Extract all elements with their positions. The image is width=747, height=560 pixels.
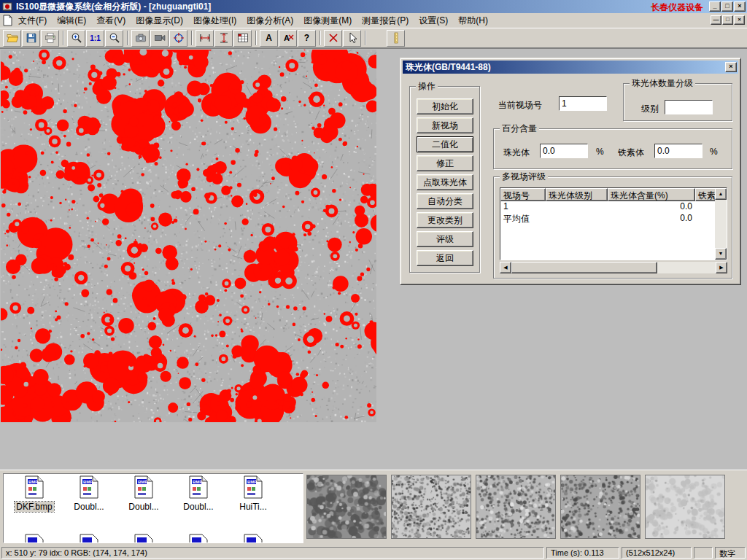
file-item-huiti[interactable]: BMP HuiTi... bbox=[227, 475, 279, 512]
menu-image-processing[interactable]: 图像处理(I) bbox=[188, 13, 241, 28]
cell-grade bbox=[546, 213, 608, 225]
toolbar-separator bbox=[255, 31, 257, 45]
file-item-doubl2[interactable]: BMP Doubl... bbox=[117, 475, 170, 512]
ferrite-percent-sign: % bbox=[710, 147, 718, 157]
print-button[interactable] bbox=[41, 30, 59, 47]
menu-file[interactable]: 文件(F) bbox=[13, 13, 52, 28]
font-disable-button[interactable]: A bbox=[279, 30, 297, 47]
scroll-left-icon[interactable]: ◀ bbox=[500, 262, 511, 273]
bmp-label: BMP bbox=[247, 480, 257, 484]
current-field-label: 当前视场号 bbox=[498, 99, 542, 112]
file-item-dkf[interactable]: BMP DKF.bmp bbox=[8, 475, 61, 512]
scroll-down-icon[interactable]: ▼ bbox=[715, 248, 727, 260]
file-item-doubl1[interactable]: BMP Doubl... bbox=[63, 475, 115, 512]
file-item-doubl3[interactable]: BMP Doubl... bbox=[172, 475, 225, 512]
child-minimize-button[interactable]: — bbox=[711, 15, 721, 25]
minimize-button[interactable]: _ bbox=[709, 1, 721, 12]
thumbnail-4[interactable] bbox=[560, 475, 640, 539]
menu-image-display[interactable]: 图像显示(D) bbox=[131, 13, 188, 28]
workspace: 珠光体(GB/T9441-88) × 操作 初始化 新视场 二值化 修正 点取珠… bbox=[0, 48, 747, 470]
pick-pearlite-button[interactable]: 点取珠光体 bbox=[417, 174, 473, 190]
bmp-file-icon: BMP bbox=[134, 475, 153, 499]
menu-help[interactable]: 帮助(H) bbox=[453, 13, 493, 28]
save-button[interactable] bbox=[22, 30, 40, 47]
thumbnail-1[interactable] bbox=[306, 475, 387, 539]
camera-button[interactable] bbox=[131, 30, 150, 47]
binarize-button[interactable]: 二值化 bbox=[417, 136, 473, 152]
toolbar-separator bbox=[127, 31, 128, 45]
close-button[interactable]: × bbox=[734, 1, 746, 12]
table-horizontal-scrollbar[interactable]: ◀ ▶ bbox=[500, 262, 727, 273]
menu-image-analysis[interactable]: 图像分析(A) bbox=[241, 13, 298, 28]
measure-width-button[interactable] bbox=[196, 30, 214, 47]
level-input[interactable] bbox=[665, 100, 713, 114]
maximize-button[interactable]: □ bbox=[721, 1, 733, 12]
file-item-partial[interactable] bbox=[172, 534, 225, 543]
child-close-button[interactable]: × bbox=[734, 15, 745, 25]
dialog-title-bar[interactable]: 珠光体(GB/T9441-88) × bbox=[403, 61, 738, 74]
ruler-button[interactable] bbox=[387, 30, 405, 47]
file-item-partial[interactable] bbox=[117, 534, 170, 543]
grid-icon bbox=[237, 32, 249, 44]
table-row[interactable]: 1 0.0 bbox=[500, 201, 727, 213]
zoom-in-button[interactable] bbox=[67, 30, 85, 47]
auto-classify-button[interactable]: 自动分类 bbox=[417, 193, 473, 209]
measure-height-button[interactable] bbox=[214, 30, 233, 47]
menu-image-measure[interactable]: 图像测量(M) bbox=[298, 13, 357, 28]
menu-settings[interactable]: 设置(S) bbox=[414, 13, 453, 28]
bmp-file-icon bbox=[134, 534, 153, 543]
ferrite-input[interactable] bbox=[654, 144, 703, 158]
child-restore-button[interactable]: □ bbox=[722, 15, 733, 25]
zoom-out-button[interactable] bbox=[105, 30, 123, 47]
bmp-label: BMP bbox=[138, 480, 147, 484]
micrograph-canvas[interactable] bbox=[1, 50, 376, 422]
open-button[interactable] bbox=[3, 30, 21, 47]
file-item-partial[interactable] bbox=[63, 534, 115, 543]
bmp-file-icon: BMP bbox=[244, 475, 263, 499]
percent-group: 百分含量 珠光体 % 铁素体 % bbox=[493, 128, 732, 169]
header-field-number: 视场号 bbox=[500, 188, 546, 201]
file-name: Doubl... bbox=[182, 502, 214, 512]
init-button[interactable]: 初始化 bbox=[417, 98, 473, 114]
thumbnail-5[interactable] bbox=[645, 475, 725, 539]
grid-button[interactable] bbox=[233, 30, 252, 47]
multiview-legend: 多视场评级 bbox=[500, 171, 548, 182]
menu-measure-report[interactable]: 测量报告(P) bbox=[357, 13, 414, 28]
pearlite-input[interactable] bbox=[540, 144, 588, 158]
cell-ferrite bbox=[695, 213, 716, 225]
video-button[interactable] bbox=[150, 30, 169, 47]
target-button[interactable] bbox=[169, 30, 187, 47]
file-item-partial[interactable] bbox=[8, 534, 61, 543]
thumbnail-2[interactable] bbox=[391, 475, 471, 539]
cell-content: 0.0 bbox=[608, 201, 695, 213]
video-camera-icon bbox=[154, 32, 166, 44]
help-button[interactable]: ? bbox=[298, 30, 316, 47]
header-pearlite-grade: 珠光体级别 bbox=[546, 188, 608, 201]
dialog-close-button[interactable]: × bbox=[725, 62, 737, 72]
dialog-title: 珠光体(GB/T9441-88) bbox=[406, 61, 491, 74]
file-item-partial[interactable] bbox=[227, 534, 279, 543]
menu-edit[interactable]: 编辑(E) bbox=[52, 13, 91, 28]
scrollbar-thumb[interactable] bbox=[511, 262, 657, 273]
thumbnail-3[interactable] bbox=[476, 475, 556, 539]
red-cross-scissors-icon bbox=[328, 32, 339, 44]
scroll-right-icon[interactable]: ▶ bbox=[716, 262, 727, 273]
change-class-button[interactable]: 更改类别 bbox=[417, 212, 473, 228]
grade-button[interactable]: 评级 bbox=[417, 231, 473, 247]
correct-button[interactable]: 修正 bbox=[417, 155, 473, 171]
menu-view[interactable]: 查看(V) bbox=[91, 13, 131, 28]
app-icon bbox=[1, 1, 13, 12]
cut-button[interactable] bbox=[324, 30, 342, 47]
font-button[interactable]: A bbox=[260, 30, 278, 47]
file-name: Doubl... bbox=[72, 502, 105, 512]
return-button[interactable]: 返回 bbox=[417, 250, 473, 266]
bmp-label: BMP bbox=[28, 480, 38, 484]
bmp-file-icon bbox=[244, 534, 263, 543]
new-field-button[interactable]: 新视场 bbox=[417, 117, 473, 133]
scroll-up-icon[interactable]: ▲ bbox=[715, 188, 727, 200]
table-row[interactable]: 平均值 0.0 bbox=[500, 213, 727, 225]
current-field-input[interactable] bbox=[559, 96, 607, 111]
pointer-button[interactable] bbox=[343, 30, 361, 47]
table-vertical-scrollbar[interactable]: ▲ ▼ bbox=[715, 188, 727, 260]
actual-size-button[interactable]: 1:1 bbox=[86, 30, 104, 47]
